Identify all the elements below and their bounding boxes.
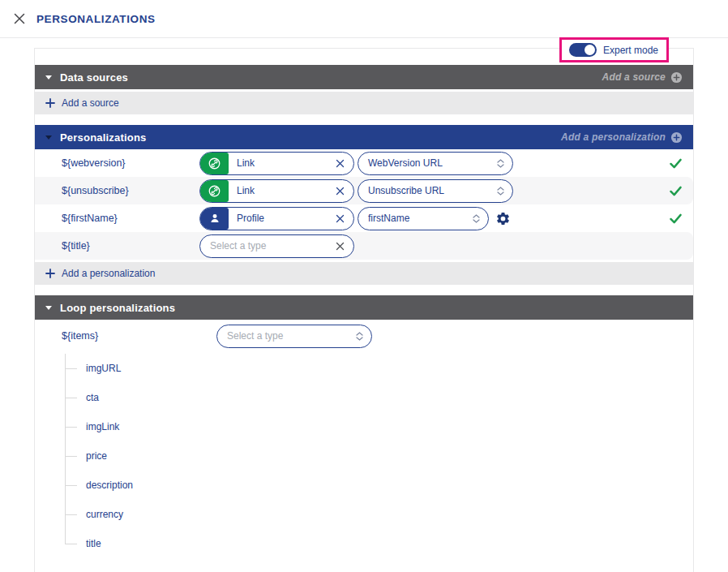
loop-field-currency: currency — [35, 500, 693, 529]
loop-field-label: currency — [86, 509, 123, 520]
loop-field-label: description — [86, 480, 133, 491]
section-data-sources: Data sources Add a source Add a source — [35, 65, 693, 114]
add-personalization-row[interactable]: Add a personalization — [35, 262, 693, 285]
loop-field-price: price — [35, 441, 693, 471]
caret-down-icon — [45, 306, 52, 310]
add-personalization-action-label: Add a personalization — [561, 131, 666, 143]
data-sources-title: Data sources — [60, 71, 128, 84]
personalization-row-title: ${title} Select a type — [35, 232, 693, 260]
type-chip-link[interactable]: Link — [199, 179, 354, 203]
select-value: Unsubscribe URL — [368, 185, 444, 196]
add-personalization-row-label: Add a personalization — [62, 268, 155, 279]
clear-icon[interactable] — [336, 159, 345, 168]
valid-check-icon — [670, 213, 682, 224]
add-source-row[interactable]: Add a source — [35, 92, 693, 114]
page-title: PERSONALIZATIONS — [36, 13, 156, 25]
plus-circle-icon — [670, 71, 683, 84]
loop-field-description: description — [35, 471, 693, 500]
personalization-row-unsubscribe: ${unsubscribe} Link Unsubscribe URL — [35, 177, 693, 204]
toggle-knob — [585, 45, 595, 55]
personalizations-title: Personalizations — [60, 131, 147, 144]
expert-mode-highlight-box: Expert mode — [559, 37, 669, 62]
profile-icon — [200, 208, 229, 230]
variable-label: ${unsubscribe} — [62, 185, 199, 196]
personalizations-panel: Expert mode Data sources Add a source Ad… — [34, 48, 694, 572]
add-source-action-label: Add a source — [602, 71, 666, 83]
select-placeholder: Select a type — [227, 330, 283, 342]
type-chip-link[interactable]: Link — [199, 152, 354, 175]
expert-mode-label: Expert mode — [603, 45, 658, 56]
loop-field-label: price — [86, 450, 107, 462]
value-select-webversion[interactable]: WebVersion URL — [358, 152, 513, 175]
loop-field-label: cta — [86, 392, 99, 403]
loop-fields-tree: imgURL cta imgLink price description cur… — [35, 354, 693, 558]
select-value: WebVersion URL — [368, 157, 443, 169]
loop-field-imglink: imgLink — [35, 412, 693, 441]
value-select-unsubscribe[interactable]: Unsubscribe URL — [358, 179, 513, 203]
expert-mode-toggle[interactable] — [569, 43, 597, 57]
loop-field-label: imgLink — [86, 421, 119, 432]
type-select-empty[interactable]: Select a type — [199, 234, 354, 258]
type-chip-label: Profile — [237, 213, 264, 224]
personalizations-header[interactable]: Personalizations Add a personalization — [35, 125, 693, 149]
plus-circle-icon — [670, 131, 683, 144]
clear-icon[interactable] — [336, 214, 345, 223]
caret-down-icon — [45, 135, 52, 140]
variable-label: ${items} — [62, 330, 199, 342]
clear-icon[interactable] — [336, 242, 345, 251]
add-source-header-button[interactable]: Add a source — [602, 71, 683, 84]
section-personalizations: Personalizations Add a personalization $… — [35, 125, 693, 285]
type-chip-profile[interactable]: Profile — [199, 207, 354, 230]
link-icon — [200, 153, 229, 174]
variable-label: ${webversion} — [62, 157, 199, 169]
data-sources-header[interactable]: Data sources Add a source — [35, 65, 693, 89]
loop-field-label: title — [86, 538, 101, 549]
stepper-icon — [356, 332, 363, 341]
loop-row-items: ${items} Select a type — [35, 320, 693, 352]
loop-field-title: title — [35, 529, 693, 558]
valid-check-icon — [670, 158, 682, 169]
loop-field-label: imgURL — [86, 363, 121, 374]
caret-down-icon — [45, 75, 52, 80]
section-loop-personalizations: Loop personalizations ${items} Select a … — [35, 295, 693, 558]
stepper-icon — [473, 214, 480, 223]
type-placeholder: Select a type — [210, 240, 266, 252]
valid-check-icon — [670, 186, 682, 196]
select-value: firstName — [368, 213, 409, 224]
loop-personalizations-header[interactable]: Loop personalizations — [35, 295, 693, 320]
loop-field-imgurl: imgURL — [35, 354, 693, 383]
close-icon[interactable] — [9, 8, 30, 29]
variable-label: ${firstName} — [62, 213, 199, 224]
loop-type-select[interactable]: Select a type — [216, 325, 372, 348]
loop-field-cta: cta — [35, 383, 693, 412]
plus-icon — [45, 269, 55, 278]
top-header: PERSONALIZATIONS — [0, 0, 728, 38]
value-select-firstname[interactable]: firstName — [358, 207, 489, 230]
variable-label: ${title} — [62, 240, 199, 252]
stepper-icon — [497, 187, 504, 196]
personalization-row-firstname: ${firstName} Profile firstName — [35, 204, 693, 232]
stepper-icon — [497, 159, 504, 168]
loop-personalizations-title: Loop personalizations — [60, 302, 175, 314]
personalization-row-webversion: ${webversion} Link WebVersion URL — [35, 149, 693, 177]
add-source-row-label: Add a source — [62, 97, 119, 109]
type-chip-label: Link — [237, 185, 255, 196]
plus-icon — [45, 98, 55, 108]
settings-gear-icon[interactable] — [495, 211, 511, 226]
link-icon — [200, 180, 229, 202]
add-personalization-header-button[interactable]: Add a personalization — [561, 131, 683, 144]
type-chip-label: Link — [237, 157, 255, 169]
clear-icon[interactable] — [336, 187, 345, 196]
